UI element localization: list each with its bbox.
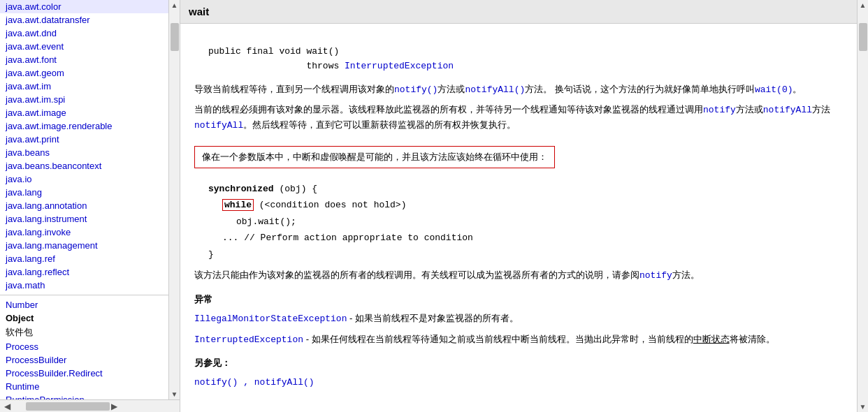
exception2-desc-prefix: - 如果任何线程在当前线程等待通知之前或当前线程中断当前线程。当抛出此异常时，当…: [303, 334, 693, 344]
sidebar-item-ref[interactable]: java.lang.ref: [0, 252, 168, 265]
hscroll-thumb[interactable]: [26, 402, 110, 411]
sidebar-item-beans[interactable]: java.beans: [0, 146, 168, 159]
throws-keyword: throws: [306, 61, 345, 71]
sidebar-item-number[interactable]: Number: [0, 298, 168, 311]
method-signature: public final void wait() throws Interrup…: [208, 45, 843, 74]
code-line5: }: [208, 247, 843, 263]
sidebar-item-instrument[interactable]: java.lang.instrument: [0, 212, 168, 226]
sidebar-item-runtime[interactable]: Runtime: [0, 380, 168, 393]
sidebar-item-lang[interactable]: java.lang: [0, 186, 168, 199]
throws-indent: [208, 61, 306, 71]
sidebar-item-datatransfer[interactable]: java.awt.datatransfer: [0, 13, 168, 27]
sidebar-item-invoke[interactable]: java.lang.invoke: [0, 226, 168, 239]
exceptions-label: 异常: [194, 293, 843, 306]
sidebar-item-image[interactable]: java.awt.image: [0, 106, 168, 119]
sidebar-item-annotation[interactable]: java.lang.annotation: [0, 199, 168, 212]
hscroll-right-arrow[interactable]: ▶: [110, 402, 119, 411]
desc-paragraph-1: 导致当前线程等待，直到另一个线程调用该对象的notify()方法或notifyA…: [194, 82, 843, 98]
code-line3: obj.wait();: [236, 214, 843, 230]
exception-class: InterruptedException: [345, 61, 454, 71]
sidebar-item-print[interactable]: java.awt.print: [0, 133, 168, 146]
desc-paragraph-3: 该方法只能由作为该对象的监视器的所有者的线程调用。有关线程可以成为监视器所有者的…: [194, 268, 843, 284]
wait0-ref: wait(0): [755, 84, 793, 95]
code-example: synchronized (obj) { while (<condition d…: [208, 181, 843, 263]
exception2-desc-suffix: 将被清除。: [730, 334, 775, 344]
signature-line1: public final void wait(): [208, 45, 843, 59]
main-vertical-scrollbar[interactable]: ▲ ▼: [857, 0, 868, 412]
code-line4: ... // Perform action appropriate to con…: [222, 230, 843, 246]
desc-paragraph-2: 当前的线程必须拥有该对象的显示器。该线程释放此监视器的所有权，并等待另一个线程通…: [194, 103, 843, 133]
notify-ref: notify(): [394, 84, 437, 95]
sidebar-item-reflect[interactable]: java.lang.reflect: [0, 265, 168, 279]
sidebar-vertical-scrollbar[interactable]: ▲ ▼: [168, 0, 180, 399]
sidebar-item-package-label: 软件包: [0, 325, 168, 340]
sidebar-horizontal-scrollbar[interactable]: ◀ ▶: [0, 399, 180, 412]
method-title: wait: [180, 0, 857, 24]
exception1-name: IllegalMonitorStateException: [194, 314, 347, 324]
while-keyword: while: [224, 200, 252, 210]
exception2-name: InterruptedException: [194, 334, 303, 345]
sidebar-item-event[interactable]: java.awt.event: [0, 40, 168, 53]
see-also-label: 另参见：: [194, 357, 843, 369]
sidebar-item-dnd[interactable]: java.awt.dnd: [0, 27, 168, 40]
sidebar-item-font[interactable]: java.awt.font: [0, 53, 168, 66]
sidebar-item-runtimepermission[interactable]: RuntimePermission: [0, 393, 168, 399]
scroll-up-arrow[interactable]: ▲: [170, 0, 180, 10]
main-content: wait public final void wait() throws Int…: [180, 0, 857, 412]
signature-line2: throws InterruptedException: [208, 59, 843, 74]
content-area: public final void wait() throws Interrup…: [180, 32, 857, 410]
sidebar-item-io[interactable]: java.io: [0, 172, 168, 186]
exception1-desc: - 如果当前线程不是对象监视器的所有者。: [347, 313, 519, 323]
sidebar-item-process[interactable]: Process: [0, 340, 168, 353]
notifyall-ref3: notifyAll: [194, 120, 243, 131]
sidebar-list[interactable]: java.awt.color java.awt.datatransfer jav…: [0, 0, 168, 399]
notifyall-ref2: notifyAll: [763, 105, 812, 115]
sidebar-item-beancontext[interactable]: java.beans.beancontext: [0, 159, 168, 172]
notifyall-ref: notifyAll(): [465, 84, 525, 95]
hscroll-left-arrow[interactable]: ◀: [3, 402, 12, 411]
highlight-box: 像在一个参数版本中，中断和虚假唤醒是可能的，并且该方法应该始终在循环中使用：: [194, 146, 555, 168]
sidebar-item-math[interactable]: java.math: [0, 279, 168, 292]
exception1-entry: IllegalMonitorStateException - 如果当前线程不是对…: [194, 311, 843, 327]
notify-ref2: notify: [703, 105, 736, 115]
sidebar-item-color[interactable]: java.awt.color: [0, 0, 168, 13]
sidebar-item-geom[interactable]: java.awt.geom: [0, 66, 168, 80]
see-also-links: notify() , notifyAll(): [194, 375, 843, 390]
main-scroll-down-arrow[interactable]: ▼: [858, 402, 868, 412]
sidebar-item-object[interactable]: Object: [0, 311, 168, 325]
sidebar-item-im[interactable]: java.awt.im: [0, 80, 168, 93]
sidebar-item-management[interactable]: java.lang.management: [0, 239, 168, 252]
sidebar-item-imagerenderable[interactable]: java.awt.image.renderable: [0, 119, 168, 133]
code-line1: synchronized (obj) {: [208, 181, 843, 197]
sidebar-item-redirect[interactable]: ProcessBuilder.Redirect: [0, 367, 168, 380]
exception2-entry: InterruptedException - 如果任何线程在当前线程等待通知之前…: [194, 332, 843, 348]
scroll-thumb[interactable]: [171, 23, 179, 51]
scroll-down-arrow[interactable]: ▼: [170, 389, 180, 399]
sidebar-item-imspi[interactable]: java.awt.im.spi: [0, 93, 168, 106]
main-scroll-thumb[interactable]: [859, 23, 867, 51]
sidebar: java.awt.color java.awt.datatransfer jav…: [0, 0, 180, 412]
synchronized-keyword: synchronized: [208, 184, 274, 194]
interrupt-status-text: 中断状态: [693, 334, 730, 344]
main-scroll-up-arrow[interactable]: ▲: [858, 0, 868, 10]
notify-ref4: notify: [639, 270, 672, 281]
code-line2: while (<condition does not hold>): [222, 197, 843, 213]
see-also-links-text[interactable]: notify() , notifyAll(): [194, 377, 314, 388]
while-keyword-highlighted: while: [222, 199, 254, 211]
highlight-text: 像在一个参数版本中，中断和虚假唤醒是可能的，并且该方法应该始终在循环中使用：: [202, 152, 547, 162]
sidebar-item-processbuilder[interactable]: ProcessBuilder: [0, 353, 168, 367]
